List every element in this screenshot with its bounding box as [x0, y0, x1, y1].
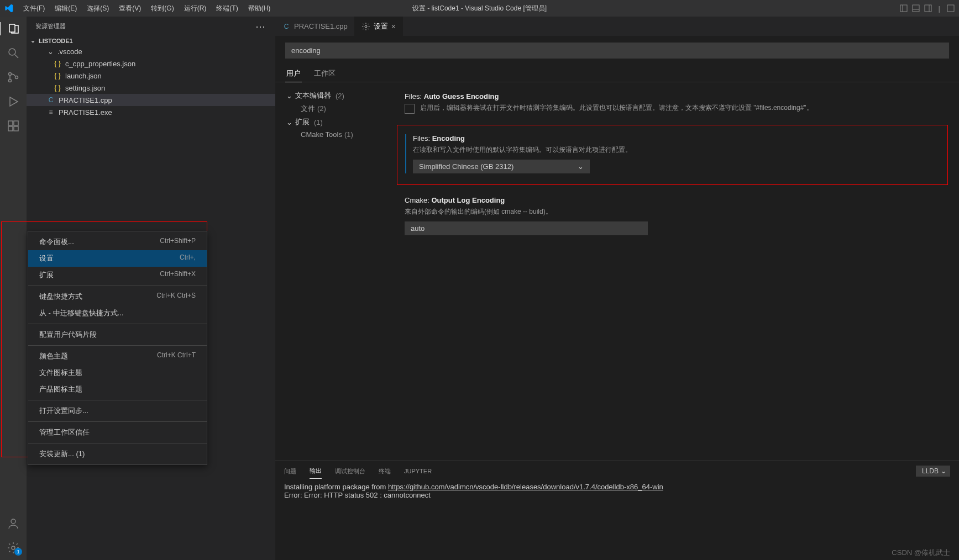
panel-tab-output[interactable]: 输出 — [310, 463, 322, 479]
menu-view[interactable]: 查看(V) — [114, 2, 145, 15]
toc-cmake-tools[interactable]: CMake Tools(1) — [285, 129, 386, 140]
divider: | — [939, 4, 940, 13]
menu-item-label: 文件图标主题 — [39, 368, 196, 378]
svg-point-7 — [9, 49, 15, 55]
menu-item-label: 键盘快捷方式 — [39, 292, 156, 302]
tab-practise1-cpp[interactable]: C PRACTISE1.cpp — [275, 17, 355, 36]
tab-settings[interactable]: 设置 × — [355, 17, 403, 36]
panel-tab-problems[interactable]: 问题 — [284, 464, 296, 479]
menu-edit[interactable]: 编辑(E) — [50, 2, 81, 15]
chevron-down-icon: ⌄ — [46, 47, 54, 56]
menu-file[interactable]: 文件(F) — [19, 2, 49, 15]
json-file-icon: { } — [53, 60, 62, 67]
extensions-icon[interactable] — [7, 119, 20, 133]
context-menu-item[interactable]: 扩展Ctrl+Shift+X — [28, 267, 207, 283]
output-channel-selector[interactable]: LLDB ⌄ — [916, 466, 950, 477]
context-menu-item[interactable]: 配置用户代码片段 — [28, 326, 207, 343]
window-title: 设置 - listCode1 - Visual Studio Code [管理员… — [412, 4, 547, 13]
source-control-icon[interactable] — [7, 71, 20, 84]
context-menu-item[interactable]: 文件图标主题 — [28, 364, 207, 381]
setting-description: 在读取和写入文件时使用的默认字符集编码。可以按语言对此项进行配置。 — [413, 145, 940, 155]
output-content[interactable]: Installing platform package from https:/… — [275, 479, 959, 560]
menu-item-label: 产品图标主题 — [39, 384, 196, 394]
checkbox-auto-guess[interactable] — [405, 104, 415, 114]
context-menu-item[interactable]: 安装更新... (1) — [28, 446, 207, 462]
file-label: PRACTISE1.cpp — [59, 96, 112, 104]
context-menu-item[interactable]: 键盘快捷方式Ctrl+K Ctrl+S — [28, 288, 207, 305]
project-header[interactable]: ⌄ LISTCODE1 — [27, 36, 275, 45]
settings-list: Files: Auto Guess Encoding 启用后，编辑器将尝试在打开… — [386, 82, 959, 461]
menu-item-shortcut: Ctrl+Shift+P — [160, 237, 196, 247]
json-file-icon: { } — [53, 84, 62, 92]
activity-bar: 1 — [0, 17, 27, 560]
context-menu-item[interactable]: 管理工作区信任 — [28, 424, 207, 441]
chevron-down-icon: ⌄ — [29, 37, 36, 44]
cpp-file-icon: C — [282, 23, 291, 30]
editor-area: C PRACTISE1.cpp 设置 × 用户 工作区 ⌄文本编辑器(2) 文件… — [275, 17, 959, 560]
file-item[interactable]: ≡PRACTISE1.exe — [27, 106, 275, 118]
bottom-panel: 问题 输出 调试控制台 终端 JUPYTER LLDB ⌄ Installing… — [275, 461, 959, 560]
input-cmake-encoding[interactable] — [405, 221, 648, 235]
svg-rect-2 — [913, 5, 919, 12]
context-menu-item[interactable]: 设置Ctrl+, — [28, 250, 207, 267]
file-item[interactable]: CPRACTISE1.cpp — [27, 94, 275, 106]
title-bar: 文件(F) 编辑(E) 选择(S) 查看(V) 转到(G) 运行(R) 终端(T… — [0, 0, 959, 17]
manage-context-menu: 命令面板...Ctrl+Shift+P设置Ctrl+,扩展Ctrl+Shift+… — [28, 231, 207, 465]
scope-user[interactable]: 用户 — [285, 65, 302, 82]
menu-select[interactable]: 选择(S) — [82, 2, 113, 15]
json-file-icon: { } — [53, 72, 62, 80]
menu-item-label: 颜色主题 — [39, 351, 157, 361]
layout-icon-3[interactable] — [924, 4, 932, 12]
file-item[interactable]: { }c_cpp_properties.json — [27, 57, 275, 70]
panel-tab-jupyter[interactable]: JUPYTER — [404, 464, 432, 478]
file-label: PRACTISE1.exe — [59, 108, 112, 117]
search-icon[interactable] — [7, 46, 20, 60]
exe-file-icon: ≡ — [46, 108, 55, 116]
menu-separator — [28, 421, 207, 422]
svg-point-9 — [9, 73, 12, 76]
toc-files[interactable]: 文件(2) — [285, 102, 386, 115]
file-item[interactable]: { }launch.json — [27, 70, 275, 82]
toc-extensions[interactable]: ⌄扩展(1) — [285, 115, 386, 129]
context-menu-item[interactable]: 产品图标主题 — [28, 381, 207, 398]
menu-bar: 文件(F) 编辑(E) 选择(S) 查看(V) 转到(G) 运行(R) 终端(T… — [19, 2, 275, 15]
chevron-down-icon: ⌄ — [285, 118, 293, 126]
context-menu-item[interactable]: 打开设置同步... — [28, 403, 207, 419]
dropdown-files-encoding[interactable]: Simplified Chinese (GB 2312) ⌄ — [413, 160, 590, 173]
panel-tab-terminal[interactable]: 终端 — [379, 464, 391, 479]
cpp-file-icon: C — [46, 96, 55, 104]
sidebar-more-icon[interactable]: ⋯ — [255, 20, 266, 33]
menu-goto[interactable]: 转到(G) — [146, 2, 178, 15]
panel-tab-debug-console[interactable]: 调试控制台 — [335, 464, 365, 479]
menu-terminal[interactable]: 终端(T) — [212, 2, 242, 15]
menu-separator — [28, 345, 207, 346]
folder-item[interactable]: ⌄.vscode — [27, 45, 275, 57]
run-debug-icon[interactable] — [7, 95, 20, 108]
context-menu-item[interactable]: 颜色主题Ctrl+K Ctrl+T — [28, 348, 207, 364]
scope-workspace[interactable]: 工作区 — [313, 65, 337, 82]
svg-rect-13 — [8, 126, 13, 131]
layout-icon-2[interactable] — [912, 4, 920, 12]
explorer-icon[interactable] — [0, 22, 26, 35]
menu-help[interactable]: 帮助(H) — [244, 2, 275, 15]
close-icon[interactable]: × — [391, 22, 396, 31]
file-label: settings.json — [65, 84, 105, 92]
accounts-icon[interactable] — [7, 517, 20, 530]
file-item[interactable]: { }settings.json — [27, 82, 275, 94]
svg-rect-15 — [14, 121, 18, 125]
menu-item-shortcut: Ctrl+K Ctrl+T — [157, 351, 196, 361]
layout-icon-4[interactable] — [947, 4, 955, 12]
context-menu-item[interactable]: 从 - 中迁移键盘快捷方式... — [28, 305, 207, 321]
manage-gear-icon[interactable]: 1 — [7, 541, 20, 554]
layout-icon-1[interactable] — [900, 4, 908, 12]
svg-rect-0 — [900, 5, 907, 12]
file-label: launch.json — [65, 72, 102, 80]
context-menu-item[interactable]: 命令面板...Ctrl+Shift+P — [28, 234, 207, 250]
settings-editor: 用户 工作区 ⌄文本编辑器(2) 文件(2) ⌄扩展(1) CMake Tool… — [275, 36, 959, 461]
setting-auto-guess-encoding: Files: Auto Guess Encoding 启用后，编辑器将尝试在打开… — [397, 92, 948, 114]
menu-run[interactable]: 运行(R) — [180, 2, 211, 15]
toc-text-editor[interactable]: ⌄文本编辑器(2) — [285, 89, 386, 102]
file-label: c_cpp_properties.json — [65, 60, 135, 68]
menu-item-label: 配置用户代码片段 — [39, 330, 196, 340]
settings-search-input[interactable] — [285, 43, 949, 59]
